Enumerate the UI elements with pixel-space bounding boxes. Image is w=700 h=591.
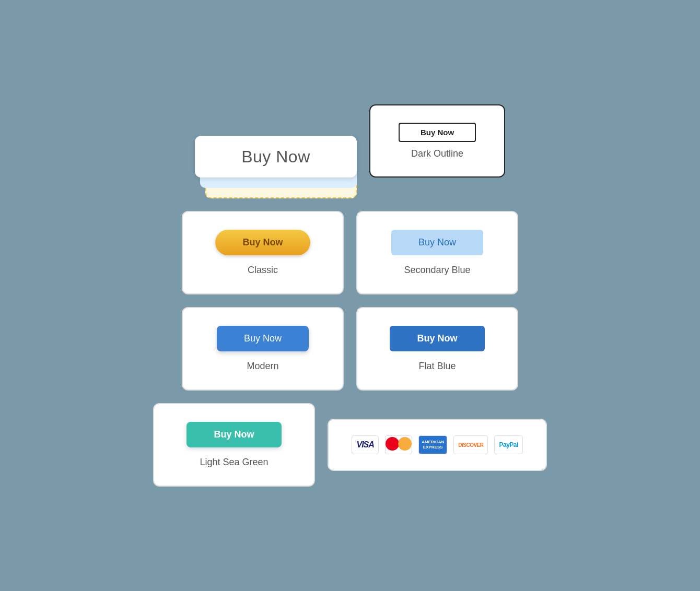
buy-now-secondary-blue-button[interactable]: Buy Now xyxy=(391,230,483,255)
row-3: Buy Now Modern Buy Now Flat Blue xyxy=(182,307,518,391)
stack-card-main: Buy Now xyxy=(195,136,357,178)
mc-circle-left xyxy=(386,437,399,451)
discover-badge: DISCOVER xyxy=(453,435,488,454)
modern-card: Buy Now Modern xyxy=(182,307,344,391)
buy-now-sea-green-button[interactable]: Buy Now xyxy=(186,422,281,447)
amex-text: AMERICANEXPRESS xyxy=(422,440,444,450)
classic-label: Classic xyxy=(248,265,278,276)
row-2: Buy Now Classic Buy Now Secondary Blue xyxy=(182,211,518,294)
dark-outline-card: Buy Now Dark Outline xyxy=(369,104,505,178)
stacked-card-group: Buy Now xyxy=(195,104,357,198)
paypal-badge: PayPal xyxy=(494,435,522,454)
flat-blue-label: Flat Blue xyxy=(418,361,456,372)
buy-now-dark-outline-button[interactable]: Buy Now xyxy=(399,123,476,142)
modern-label: Modern xyxy=(247,361,278,372)
buy-now-flat-blue-button[interactable]: Buy Now xyxy=(390,326,484,351)
payment-methods-card: VISA AMERICANEXPRESS DISCOVER PayPal xyxy=(328,419,547,471)
visa-text: VISA xyxy=(356,440,374,450)
amex-badge: AMERICANEXPRESS xyxy=(418,435,447,454)
secondary-blue-label: Secondary Blue xyxy=(404,265,470,276)
light-sea-green-card: Buy Now Light Sea Green xyxy=(153,403,315,487)
visa-badge: VISA xyxy=(352,435,379,454)
mastercard-badge xyxy=(385,435,412,454)
discover-text: DISCOVER xyxy=(458,442,483,448)
dark-outline-label: Dark Outline xyxy=(411,148,463,159)
mc-circle-right xyxy=(398,437,412,451)
paypal-text: PayPal xyxy=(499,441,518,448)
buy-now-classic-button[interactable]: Buy Now xyxy=(215,230,310,255)
classic-card: Buy Now Classic xyxy=(182,211,344,294)
row-4: Buy Now Light Sea Green VISA AMERICANEXP… xyxy=(153,403,547,487)
light-sea-green-label: Light Sea Green xyxy=(200,457,268,468)
secondary-blue-card: Buy Now Secondary Blue xyxy=(356,211,518,294)
buy-now-modern-button[interactable]: Buy Now xyxy=(217,326,309,351)
buy-now-main-label: Buy Now xyxy=(241,147,310,167)
main-container: Buy Now Buy Now Dark Outline Buy Now Cla… xyxy=(132,84,568,507)
flat-blue-card: Buy Now Flat Blue xyxy=(356,307,518,391)
row-1: Buy Now Buy Now Dark Outline xyxy=(195,104,505,198)
